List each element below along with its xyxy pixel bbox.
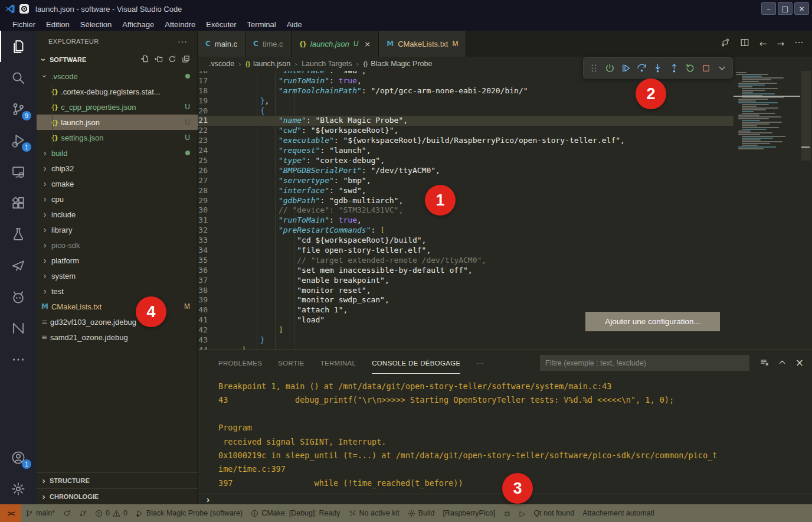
status-item[interactable] [499, 504, 515, 522]
tree-item-chip32[interactable]: ›chip32 [37, 161, 198, 176]
code-line-30[interactable]: 30 // "device": "STM32L431VC", [198, 205, 734, 216]
activity-test-beaker-icon[interactable] [0, 218, 37, 250]
debug-stop-button[interactable] [699, 61, 713, 75]
tree-item--vscode[interactable]: ›.vscode [37, 68, 198, 84]
code-line-25[interactable]: 25 "type": "cortex-debug", [198, 156, 734, 166]
debug-chev-down-button[interactable] [715, 61, 729, 75]
status-item[interactable]: Build [404, 504, 439, 522]
tree-item-settings-json[interactable]: {}settings.jsonU [37, 130, 198, 145]
tree-item-test[interactable]: ›test [37, 283, 198, 299]
panel-tab--[interactable]: ··· [476, 350, 483, 376]
tree-item-platform[interactable]: ›platform [37, 253, 198, 268]
clear-console-icon[interactable] [760, 358, 769, 369]
new-folder-icon[interactable] [155, 55, 163, 64]
close-panel-icon[interactable]: × [795, 358, 804, 369]
tree-item-cmake[interactable]: ›cmake [37, 176, 198, 191]
activity-extensions-icon[interactable] [0, 187, 37, 218]
section-chronologie[interactable]: ›CHRONOLOGIE [37, 488, 198, 504]
code-line-43[interactable]: 43 } [198, 335, 734, 345]
debug-step-into-button[interactable] [651, 61, 665, 75]
menu-item-exécuter[interactable]: Exécuter [201, 20, 241, 29]
activity-more-icon[interactable] [0, 344, 37, 375]
menu-item-terminal[interactable]: Terminal [242, 20, 281, 29]
code-line-21[interactable]: 21 "name": "Black Magic Probe", [198, 116, 734, 126]
minimize-button[interactable]: – [761, 2, 776, 15]
status-item[interactable]: CMake: [Debug]: Ready [247, 504, 344, 522]
menu-item-aide[interactable]: Aide [281, 20, 307, 29]
activity-settings-gear-icon[interactable] [0, 473, 37, 504]
code-line-23[interactable]: 23 "executable": "${workspaceRoot}/build… [198, 136, 734, 146]
panel-tab-probl-mes[interactable]: PROBLÈMES [218, 350, 262, 376]
activity-account-icon[interactable]: 1 [0, 442, 37, 473]
tree-item-system[interactable]: ›system [37, 268, 198, 283]
more-h-icon[interactable] [794, 38, 804, 50]
code-line-31[interactable]: 31 "runToMain": true, [198, 216, 734, 226]
code-line-34[interactable]: 34 "file open-story-teller.elf", [198, 246, 734, 256]
activity-run-debug-icon[interactable]: 1 [0, 125, 37, 156]
status-item[interactable]: Attachement automati [578, 504, 659, 522]
close-button[interactable]: × [794, 2, 809, 15]
status-item[interactable] [75, 504, 91, 522]
nav-back-icon[interactable]: ← [759, 38, 767, 49]
maximize-button[interactable]: □ [778, 2, 793, 15]
breadcrumb-item[interactable]: {}Black Magic Probe [363, 60, 432, 68]
tab-main-c[interactable]: Cmain.c [198, 31, 245, 57]
tab-launch-json[interactable]: {}launch.jsonU× [292, 31, 379, 57]
code-line-33[interactable]: 33 "cd ${workspaceRoot}/build", [198, 236, 734, 246]
code-line-26[interactable]: 26 "BMPGDBSerialPort": "/dev/ttyACM0", [198, 166, 734, 176]
status-item[interactable] [59, 504, 75, 522]
activity-remote-explorer-icon[interactable] [0, 156, 37, 187]
open-changes-icon[interactable] [721, 38, 730, 50]
code-line-36[interactable]: 36 "set mem inaccessible-by-default off"… [198, 266, 734, 276]
code-line-28[interactable]: 28 "interface": "swd", [198, 186, 734, 196]
code-line-24[interactable]: 24 "request": "launch", [198, 146, 734, 156]
debug-power-button[interactable] [603, 61, 617, 75]
tree-item-library[interactable]: ›library [37, 222, 198, 237]
debug-continue-button[interactable] [619, 61, 633, 75]
tree-item-cmakelists-txt[interactable]: MCMakeLists.txtM [37, 299, 198, 314]
code-line-29[interactable]: 29 "gdbPath": "gdb-multiarch", [198, 196, 734, 206]
status-item[interactable]: ▷ [515, 504, 529, 522]
code-line-38[interactable]: 38 "monitor reset", [198, 286, 734, 296]
tree-item-launch-json[interactable]: {}launch.jsonU [37, 115, 198, 130]
menu-item-edition[interactable]: Edition [41, 20, 75, 29]
code-line-35[interactable]: 35 // "target extended-remote /dev/ttyAC… [198, 256, 734, 266]
sidebar-more-icon[interactable]: ··· [178, 37, 188, 46]
panel-tab-sortie[interactable]: SORTIE [278, 350, 304, 376]
collapse-panel-icon[interactable] [778, 358, 787, 369]
remote-indicator[interactable]: >< [0, 504, 21, 522]
debug-step-over-button[interactable] [635, 61, 649, 75]
status-item[interactable]: Black Magic Probe (software) [132, 504, 247, 522]
tree-item-build[interactable]: ›build [37, 145, 198, 161]
editor-scrollbar[interactable] [800, 71, 812, 350]
tab-close-icon[interactable]: × [364, 40, 371, 48]
status-item[interactable]: 00 [91, 504, 132, 522]
breadcrumb-item[interactable]: {}launch.json [245, 60, 290, 68]
nav-forward-icon[interactable]: → [777, 38, 784, 49]
status-item[interactable]: Qt not found [529, 504, 578, 522]
debug-grip-button[interactable] [587, 61, 601, 75]
panel-tab-terminal[interactable]: TERMINAL [320, 350, 356, 376]
tree-item-pico-sdk[interactable]: ›pico-sdk [37, 237, 198, 253]
tab-cmakelists-txt[interactable]: MCMakeLists.txtM [379, 31, 466, 57]
code-line-22[interactable]: 22 "cwd": "${workspaceRoot}", [198, 126, 734, 136]
console-filter-input[interactable] [540, 355, 749, 371]
tree-item--cortex-debug-registers-stat-[interactable]: {}.cortex-debug.registers.stat... [37, 84, 198, 99]
menu-item-fichier[interactable]: Fichier [7, 20, 41, 29]
new-file-icon[interactable] [141, 55, 149, 64]
tree-item-include[interactable]: ›include [37, 207, 198, 222]
collapse-all-icon[interactable] [182, 55, 190, 64]
menu-item-affichage[interactable]: Affichage [117, 20, 159, 29]
tree-item-gd32vf103-ozone-jdebug[interactable]: ≡gd32vf103_ozone.jdebug [37, 314, 198, 329]
tree-item-samd21-ozone-jdebug[interactable]: ≡samd21_ozone.jdebug [37, 329, 198, 345]
menu-item-sélection[interactable]: Sélection [75, 20, 117, 29]
tree-item-cpu[interactable]: ›cpu [37, 191, 198, 207]
panel-tab-console-de-d-bogage[interactable]: CONSOLE DE DÉBOGAGE [372, 350, 460, 376]
code-line-32[interactable]: 32 "preRestartCommands": [ [198, 226, 734, 236]
workspace-section-header[interactable]: › SOFTWARE [37, 52, 197, 67]
breadcrumb-item[interactable]: Launch Targets [302, 60, 352, 68]
activity-source-control-icon[interactable]: 9 [0, 93, 37, 125]
refresh-icon[interactable] [168, 55, 176, 64]
breadcrumb-item[interactable]: .vscode [209, 60, 234, 68]
tree-item-c-cpp-properties-json[interactable]: {}c_cpp_properties.jsonU [37, 99, 198, 115]
